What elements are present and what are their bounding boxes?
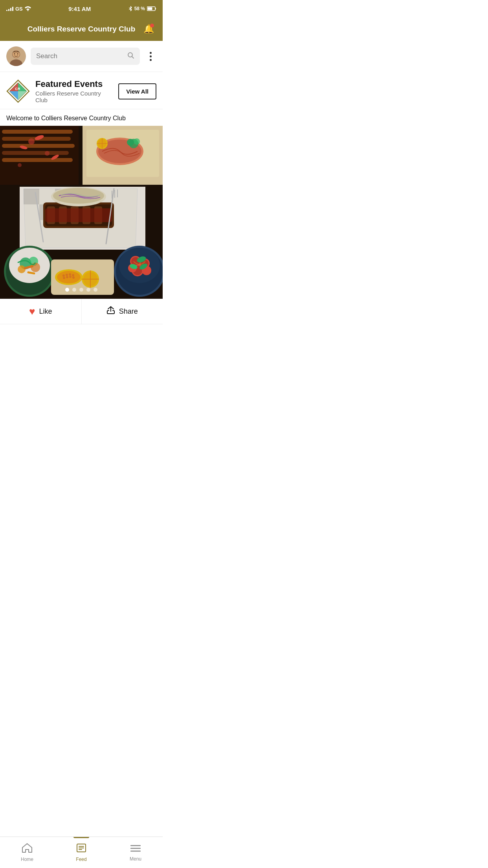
notification-bell[interactable]: 🔔 xyxy=(142,23,155,35)
carousel-dot-3[interactable] xyxy=(79,288,83,292)
svg-text:C: C xyxy=(15,87,18,91)
dot xyxy=(150,55,152,57)
search-row xyxy=(0,41,163,72)
app-header: Colliers Reserve Country Club 🔔 xyxy=(0,17,163,41)
carousel-dot-5[interactable] xyxy=(94,288,97,292)
food-mosaic-svg xyxy=(0,126,163,299)
more-options-button[interactable] xyxy=(145,48,156,65)
like-label: Like xyxy=(39,307,52,316)
featured-events-section: C R Featured Events Colliers Reserve Cou… xyxy=(0,72,163,109)
svg-point-8 xyxy=(17,53,18,55)
svg-rect-2 xyxy=(148,7,152,10)
clock: 9:41 AM xyxy=(68,6,91,12)
club-logo: C R xyxy=(6,79,30,103)
notification-badge xyxy=(150,24,154,28)
svg-text:R: R xyxy=(18,87,20,91)
view-all-button[interactable]: View All xyxy=(118,83,156,99)
status-bar: GS 9:41 AM 58 % xyxy=(0,0,163,17)
action-bar: ♥ Like Share xyxy=(0,299,163,324)
bluetooth-icon xyxy=(128,6,132,11)
app-title: Colliers Reserve Country Club xyxy=(28,25,136,33)
svg-rect-1 xyxy=(155,8,156,9)
search-input[interactable] xyxy=(36,52,124,60)
svg-point-7 xyxy=(14,53,15,55)
dot xyxy=(150,52,152,54)
featured-text: Featured Events Colliers Reserve Country… xyxy=(35,79,113,103)
battery-percent: 58 % xyxy=(134,6,145,11)
carousel-dots xyxy=(65,288,97,292)
dot xyxy=(150,59,152,61)
search-icon xyxy=(127,52,134,61)
battery-icon xyxy=(147,6,156,11)
share-button[interactable]: Share xyxy=(82,299,163,324)
share-label: Share xyxy=(119,307,138,316)
search-box[interactable] xyxy=(31,48,140,65)
signal-icon xyxy=(6,6,13,11)
carousel-dot-2[interactable] xyxy=(72,288,76,292)
like-button[interactable]: ♥ Like xyxy=(0,299,82,324)
status-left: GS xyxy=(6,6,31,12)
featured-title: Featured Events xyxy=(35,79,113,89)
welcome-message: Welcome to Colliers Reserve Country Club xyxy=(0,109,163,126)
heart-icon: ♥ xyxy=(29,305,35,318)
carrier-label: GS xyxy=(15,6,23,12)
wifi-icon xyxy=(25,6,31,11)
avatar-image xyxy=(6,46,26,66)
avatar[interactable] xyxy=(6,46,26,66)
featured-subtitle: Colliers Reserve Country Club xyxy=(35,90,113,103)
svg-rect-105 xyxy=(0,126,163,299)
status-right: 58 % xyxy=(128,6,156,11)
carousel-dot-1[interactable] xyxy=(65,288,69,292)
food-image xyxy=(0,126,163,299)
share-icon xyxy=(106,306,115,317)
carousel-dot-4[interactable] xyxy=(86,288,90,292)
